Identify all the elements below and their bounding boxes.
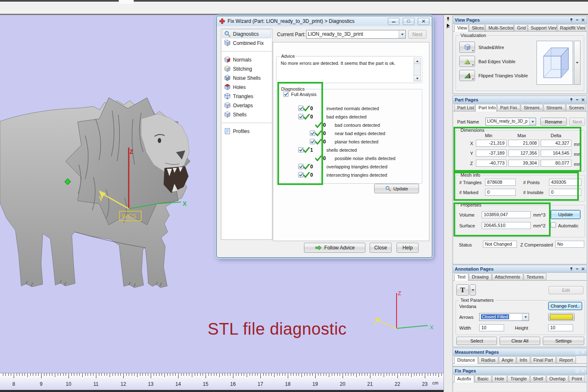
full-analysis-checkbox[interactable]	[283, 91, 289, 97]
text-tool-button[interactable]: T	[456, 284, 469, 296]
minimize-icon[interactable]	[575, 17, 579, 22]
select-button[interactable]: Select	[456, 337, 497, 345]
tab-distance-measurement_pages[interactable]: Distance	[454, 356, 478, 364]
view-pages-header[interactable]: View Pages	[453, 16, 587, 24]
tab-hole-fix_pages[interactable]: Hole	[492, 375, 507, 382]
tab-rapidfit-view-view_pages[interactable]: Rapidfit View	[557, 24, 586, 31]
preview-dropdown-button[interactable]	[574, 41, 581, 85]
orientation-cube-preview[interactable]	[537, 41, 573, 85]
pin-icon[interactable]	[569, 266, 573, 271]
pin-icon[interactable]	[446, 17, 450, 22]
vis-button-shade-wire[interactable]	[459, 42, 475, 53]
tab-shell-fix_pages[interactable]: Shell	[530, 375, 546, 382]
planar-holes-detected-checkbox[interactable]	[310, 139, 315, 144]
sidebar-item-stitching[interactable]: Stitching	[222, 64, 271, 73]
part-name-combo[interactable]: LION_ready_to_3D_p	[485, 118, 536, 126]
sidebar-item-triangles[interactable]: Triangles	[222, 92, 271, 101]
tab-grid-view_pages[interactable]: Grid	[514, 24, 527, 31]
pin-icon[interactable]	[569, 97, 573, 102]
update-properties-button[interactable]: Update	[551, 210, 581, 219]
pin-icon[interactable]	[569, 17, 573, 22]
tab-point-fix_pages[interactable]: Point	[569, 375, 585, 382]
close-icon[interactable]	[581, 350, 585, 354]
tab-autofix-fix_pages[interactable]: Autofix	[454, 375, 474, 382]
height-input[interactable]: 10	[548, 324, 573, 331]
tab-streami-part_pages[interactable]: Streami..	[521, 104, 543, 111]
expand-arrow-icon[interactable]	[446, 23, 450, 28]
edit-button[interactable]: Edit	[549, 286, 583, 294]
minimize-button[interactable]	[388, 18, 399, 25]
near-bad-edges-detected-checkbox[interactable]	[310, 131, 315, 136]
clear-all-button[interactable]: Clear All	[500, 337, 540, 345]
fix-pages-header[interactable]: Fix Pages	[453, 367, 587, 375]
tab-drawing-annotation_pages[interactable]: Drawing	[469, 273, 491, 280]
tab-overlap-fix_pages[interactable]: Overlap	[546, 375, 568, 382]
change-font-button[interactable]: Change Font..	[548, 302, 582, 310]
tab-basic-fix_pages[interactable]: Basic	[475, 375, 492, 382]
tab-streami-part_pages[interactable]: Streami..	[544, 104, 566, 111]
dialog-titlebar[interactable]: Fix Wizard (Part: LION_ready_to_3D_print…	[217, 16, 432, 26]
sidebar-item-diagnostics[interactable]: Diagnostics	[222, 30, 271, 38]
tab-slices-view_pages[interactable]: Slices	[469, 24, 485, 31]
tab-scenes-part_pages[interactable]: Scenes	[566, 104, 586, 111]
next-button[interactable]: Next	[569, 118, 585, 126]
tab-attachments-annotation_pages[interactable]: Attachments	[492, 273, 523, 280]
close-icon[interactable]	[581, 17, 585, 22]
restore-icon[interactable]	[575, 350, 579, 354]
scroll-up-button[interactable]	[414, 58, 420, 64]
vis-button-flipped-triangles-visible[interactable]	[459, 70, 475, 81]
restore-icon[interactable]	[575, 368, 579, 373]
tab-part-info-part_pages[interactable]: Part Info	[475, 104, 497, 111]
minimize-icon[interactable]	[575, 97, 579, 102]
update-button[interactable]: Update	[374, 184, 419, 193]
sidebar-item-profiles[interactable]: Profiles	[222, 127, 271, 136]
next-button[interactable]: Next	[408, 30, 426, 39]
arrows-combo[interactable]: Closed Filled	[479, 313, 529, 321]
tab-final-part-measurement_pages[interactable]: Final Part	[531, 356, 556, 363]
advice-title: Advice	[280, 54, 296, 59]
part-pages-header[interactable]: Part Pages	[453, 96, 587, 104]
sidebar-item-normals[interactable]: Normals	[222, 55, 271, 64]
help-button[interactable]: Help	[397, 243, 419, 253]
follow-advice-button[interactable]: Follow Advice	[304, 243, 365, 253]
diagnostic-label: near bad edges detected	[335, 131, 385, 136]
close-button[interactable]	[418, 18, 429, 25]
close-icon[interactable]	[581, 368, 585, 373]
vis-button-bad-edges-visible[interactable]	[459, 56, 475, 67]
scroll-down-button[interactable]	[414, 75, 420, 81]
annotation-pages-header[interactable]: Annotation Pages	[453, 265, 587, 273]
tab-triangle-fix_pages[interactable]: Triangle	[507, 375, 529, 382]
sidebar-item-holes[interactable]: Holes	[222, 83, 271, 91]
sidebar-item-noise-shells[interactable]: Noise Shells	[222, 74, 271, 82]
tab-angle-measurement_pages[interactable]: Angle	[499, 356, 516, 363]
tab-info-measurement_pages[interactable]: Info	[517, 356, 530, 363]
sidebar-item-shells[interactable]: Shells	[222, 110, 271, 119]
tab-part-list-part_pages[interactable]: Part List	[454, 104, 475, 111]
tab-radius-measurement_pages[interactable]: Radius	[478, 356, 498, 363]
width-input[interactable]: 10	[479, 324, 504, 331]
tab-support-view-view_pages[interactable]: Support View	[528, 24, 557, 31]
lion-model[interactable]	[0, 98, 190, 288]
restore-button[interactable]	[403, 18, 414, 25]
rename-button[interactable]: Rename	[540, 118, 567, 126]
automatic-checkbox[interactable]	[551, 222, 556, 228]
current-part-combo[interactable]: LION_ready_to_3D_print	[306, 30, 406, 39]
tab-multi-section-view_pages[interactable]: Multi-Section	[485, 24, 514, 31]
close-icon[interactable]	[581, 97, 585, 102]
arrow-color-swatch[interactable]	[548, 313, 575, 321]
tab-text-annotation_pages[interactable]: Text	[454, 273, 468, 281]
tab-report-measurement_pages[interactable]: Report	[556, 356, 576, 363]
tab-view-view_pages[interactable]: View	[454, 24, 468, 32]
advice-scrollbar[interactable]	[414, 58, 421, 81]
settings-button[interactable]: Settings	[543, 337, 584, 345]
minimize-icon[interactable]	[575, 266, 579, 271]
measurement-pages-header[interactable]: Measurement Pages	[453, 348, 587, 356]
tab-part-fixi-part_pages[interactable]: Part Fixi..	[497, 104, 520, 111]
close-button[interactable]: Close	[370, 243, 392, 253]
text-tool-dropdown[interactable]	[470, 284, 476, 296]
tab-textures-annotation_pages[interactable]: Textures	[524, 273, 547, 280]
sidebar-item-combined-fix[interactable]: Combined Fix	[222, 39, 271, 47]
sidebar-item-overlaps[interactable]: Overlaps	[222, 101, 271, 110]
diagnostics-content: Advice No more errors are detected. It s…	[273, 42, 429, 241]
close-icon[interactable]	[581, 266, 585, 271]
